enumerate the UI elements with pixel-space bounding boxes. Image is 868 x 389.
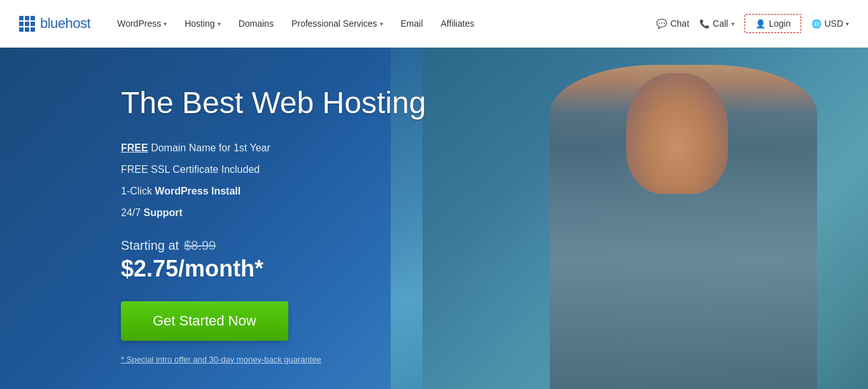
hero-image	[423, 48, 868, 389]
pricing-starting: Starting at $8.99	[121, 238, 426, 253]
chevron-down-icon: ▾	[846, 20, 849, 27]
feature-support: 24/7 Support	[121, 205, 426, 221]
hero-title: The Best Web Hosting	[121, 85, 426, 121]
header: bluehost WordPress ▾ Hosting ▾ Domains P…	[0, 0, 868, 48]
nav-item-professional-services[interactable]: Professional Services ▾	[284, 13, 391, 34]
chevron-down-icon: ▾	[380, 20, 383, 27]
chat-icon	[656, 18, 667, 29]
logo-grid-icon	[19, 16, 35, 32]
logo-text: bluehost	[40, 15, 90, 32]
logo[interactable]: bluehost	[19, 15, 90, 32]
hero-section: The Best Web Hosting FREE Domain Name fo…	[0, 48, 868, 389]
nav-item-hosting[interactable]: Hosting ▾	[177, 13, 228, 34]
nav-item-email[interactable]: Email	[393, 13, 431, 34]
hero-content: The Best Web Hosting FREE Domain Name fo…	[0, 72, 426, 365]
feature-domain: FREE Domain Name for 1st Year	[121, 140, 426, 156]
header-left: bluehost WordPress ▾ Hosting ▾ Domains P…	[19, 13, 482, 34]
current-price: $2.75/month*	[121, 256, 426, 282]
chevron-down-icon: ▾	[164, 20, 167, 27]
call-button[interactable]: Call ▾	[699, 18, 734, 29]
pricing-block: Starting at $8.99 $2.75/month*	[121, 238, 426, 282]
nav-item-wordpress[interactable]: WordPress ▾	[109, 13, 174, 34]
currency-selector[interactable]: USD ▾	[811, 18, 849, 29]
nav-item-affiliates[interactable]: Affiliates	[433, 13, 482, 34]
chevron-down-icon: ▾	[218, 20, 221, 27]
chevron-down-icon: ▾	[731, 20, 734, 27]
nav-item-domains[interactable]: Domains	[231, 13, 281, 34]
main-nav: WordPress ▾ Hosting ▾ Domains Profession…	[109, 13, 482, 34]
header-right: Chat Call ▾ Login USD ▾	[656, 14, 849, 33]
globe-icon	[811, 18, 822, 29]
disclaimer-link[interactable]: * Special intro offer and 30-day money-b…	[121, 355, 321, 364]
get-started-button[interactable]: Get Started Now	[121, 301, 288, 341]
user-icon	[755, 18, 766, 29]
phone-icon	[699, 18, 710, 29]
feature-wordpress: 1-Click WordPress Install	[121, 184, 426, 199]
login-button[interactable]: Login	[745, 14, 801, 33]
chat-button[interactable]: Chat	[656, 18, 689, 29]
original-price: $8.99	[184, 238, 216, 253]
feature-ssl: FREE SSL Certificate Included	[121, 162, 426, 177]
hero-features-list: FREE Domain Name for 1st Year FREE SSL C…	[121, 140, 426, 221]
